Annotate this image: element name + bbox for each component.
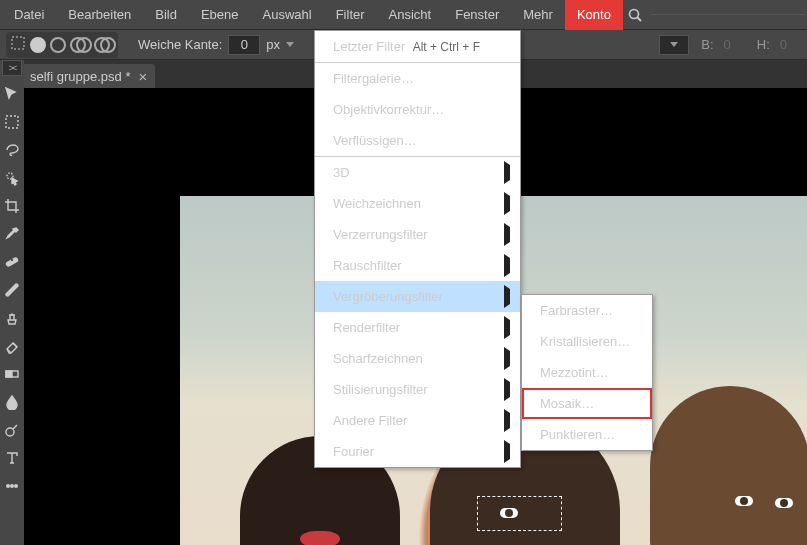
submenu-arrow-icon [504, 289, 510, 304]
menu-item-label: Vergröberungsfilter [333, 289, 443, 304]
selection-subtract-icon[interactable] [50, 37, 66, 53]
menu-item-fourier[interactable]: Fourier [315, 436, 520, 467]
menu-item-label: Weichzeichnen [333, 196, 421, 211]
document-tab-title: selfi gruppe.psd * [30, 69, 130, 84]
submenu-item-mezzotint[interactable]: Mezzotint… [522, 357, 652, 388]
submenu-item-punktieren[interactable]: Punktieren… [522, 419, 652, 450]
close-icon[interactable]: × [138, 68, 147, 85]
selection-add-icon[interactable] [30, 37, 46, 53]
menu-item-label: Letzter Filter [333, 39, 405, 54]
menubar-separator [651, 14, 805, 15]
gradient-tool[interactable] [0, 360, 24, 388]
svg-rect-2 [12, 37, 24, 49]
menu-item-renderfilter[interactable]: Renderfilter [315, 312, 520, 343]
type-tool[interactable] [0, 444, 24, 472]
menubar: Datei Bearbeiten Bild Ebene Auswahl Filt… [0, 0, 807, 30]
submenu-arrow-icon [504, 165, 510, 180]
menu-item-label: Mezzotint… [540, 365, 609, 380]
menu-datei[interactable]: Datei [2, 0, 56, 30]
menu-item-scharfzeichnen[interactable]: Scharfzeichnen [315, 343, 520, 374]
menu-bearbeiten[interactable]: Bearbeiten [56, 0, 143, 30]
menu-ansicht[interactable]: Ansicht [377, 0, 444, 30]
style-dropdown[interactable] [659, 35, 689, 55]
menu-item-label: Mosaik… [540, 396, 594, 411]
menu-konto[interactable]: Konto [565, 0, 623, 30]
menu-item-label: Filtergalerie… [333, 71, 414, 86]
chevron-down-icon [670, 42, 678, 47]
menu-item-label: Scharfzeichnen [333, 351, 423, 366]
menu-item-vergroeberungsfilter[interactable]: Vergröberungsfilter [315, 281, 520, 312]
dodge-tool[interactable] [0, 416, 24, 444]
selection-mode-group [6, 32, 118, 58]
image-content [735, 496, 753, 506]
menu-item-rauschfilter[interactable]: Rauschfilter [315, 250, 520, 281]
menu-item-label: 3D [333, 165, 350, 180]
quick-select-tool[interactable] [0, 164, 24, 192]
selection-exclude-icon[interactable] [94, 37, 114, 53]
menu-item-weichzeichnen[interactable]: Weichzeichnen [315, 188, 520, 219]
clone-tool[interactable] [0, 304, 24, 332]
menu-item-filtergalerie[interactable]: Filtergalerie… [315, 63, 520, 94]
blur-tool[interactable] [0, 388, 24, 416]
eraser-tool[interactable] [0, 332, 24, 360]
more-tools[interactable] [0, 472, 24, 500]
menu-item-objektivkorrektur[interactable]: Objektivkorrektur… [315, 94, 520, 125]
submenu-item-mosaik[interactable]: Mosaik… [522, 388, 652, 419]
menu-item-last-filter[interactable]: Letzter Filter Alt + Ctrl + F [315, 31, 520, 62]
healing-tool[interactable] [0, 248, 24, 276]
submenu-item-kristallisieren[interactable]: Kristallisieren… [522, 326, 652, 357]
menu-item-label: Verflüssigen… [333, 133, 417, 148]
svg-point-8 [6, 428, 14, 436]
selection-marquee[interactable] [477, 496, 562, 531]
menu-item-label: Renderfilter [333, 320, 400, 335]
menu-item-label: Kristallisieren… [540, 334, 630, 349]
feather-unit: px [266, 37, 280, 52]
menu-item-label: Stilisierungsfilter [333, 382, 428, 397]
menu-mehr[interactable]: Mehr [511, 0, 565, 30]
feather-control: Weiche Kante: 0 px [138, 35, 294, 55]
menu-item-label: Punktieren… [540, 427, 615, 442]
menu-ebene[interactable]: Ebene [189, 0, 251, 30]
submenu-item-farbraster[interactable]: Farbraster… [522, 295, 652, 326]
svg-point-10 [11, 485, 14, 488]
eyedropper-tool[interactable] [0, 220, 24, 248]
toolbox-collapse[interactable]: >< [2, 60, 22, 76]
feather-dropdown-icon[interactable] [286, 42, 294, 47]
menu-item-verfluessigen[interactable]: Verflüssigen… [315, 125, 520, 156]
crop-tool[interactable] [0, 192, 24, 220]
selection-intersect-icon[interactable] [70, 37, 90, 53]
menu-item-label: Andere Filter [333, 413, 407, 428]
width-label: B: [701, 37, 713, 52]
menu-item-label: Rauschfilter [333, 258, 402, 273]
brush-tool[interactable] [0, 276, 24, 304]
image-content [650, 386, 807, 545]
marquee-tool[interactable] [0, 108, 24, 136]
svg-point-9 [7, 485, 10, 488]
submenu-arrow-icon [504, 258, 510, 273]
submenu-arrow-icon [504, 196, 510, 211]
height-value[interactable]: 0 [780, 37, 787, 52]
menu-item-label: Objektivkorrektur… [333, 102, 444, 117]
width-value[interactable]: 0 [724, 37, 731, 52]
menu-auswahl[interactable]: Auswahl [251, 0, 324, 30]
menu-item-andere-filter[interactable]: Andere Filter [315, 405, 520, 436]
menu-filter[interactable]: Filter [324, 0, 377, 30]
menu-item-label: Verzerrungsfilter [333, 227, 428, 242]
submenu-arrow-icon [504, 320, 510, 335]
menu-bild[interactable]: Bild [143, 0, 189, 30]
menu-item-label: Fourier [333, 444, 374, 459]
submenu-arrow-icon [504, 382, 510, 397]
document-tab[interactable]: selfi gruppe.psd * × [22, 64, 155, 88]
selection-new-icon[interactable] [10, 35, 26, 54]
svg-point-11 [15, 485, 18, 488]
menu-item-3d[interactable]: 3D [315, 157, 520, 188]
svg-rect-5 [6, 257, 18, 266]
feather-input[interactable]: 0 [228, 35, 260, 55]
move-tool[interactable] [0, 80, 24, 108]
lasso-tool[interactable] [0, 136, 24, 164]
vergroeberungsfilter-submenu: Farbraster… Kristallisieren… Mezzotint… … [521, 294, 653, 451]
menu-fenster[interactable]: Fenster [443, 0, 511, 30]
search-icon[interactable] [627, 7, 643, 23]
menu-item-verzerrungsfilter[interactable]: Verzerrungsfilter [315, 219, 520, 250]
menu-item-stilisierungsfilter[interactable]: Stilisierungsfilter [315, 374, 520, 405]
